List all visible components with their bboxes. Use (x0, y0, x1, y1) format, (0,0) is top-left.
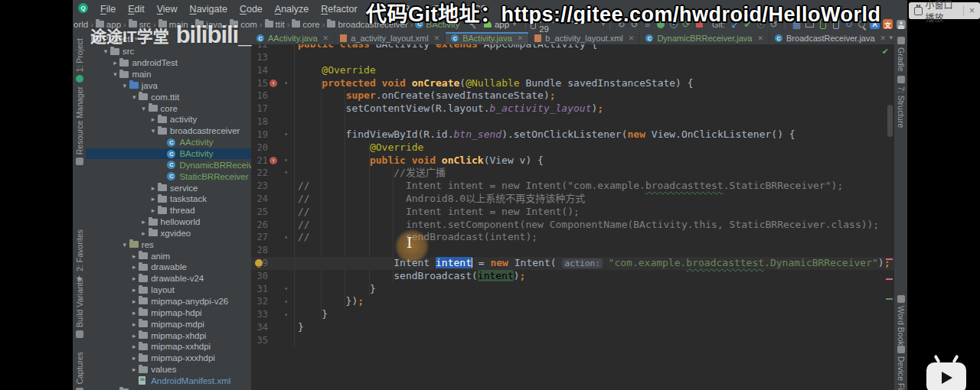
editor-tab-DynamicBRReceiver.java[interactable]: CDynamicBRReceiver.java✕ (640, 32, 769, 44)
code-line-30[interactable]: 30 sendBroadcast(intent); (251, 270, 894, 283)
tree-item-service[interactable]: ▸service (86, 182, 251, 193)
tool-stripe-build-variants[interactable]: Build Variants (73, 278, 86, 338)
tree-item-main[interactable]: ▾main (86, 69, 251, 80)
line-number[interactable]: 25 (251, 206, 268, 219)
tree-item-thread[interactable]: ▸thread (86, 205, 251, 216)
tool-stripe-resource-manager[interactable]: Resource Manager (73, 86, 86, 165)
line-number[interactable]: 34 (251, 321, 268, 334)
code-line-27[interactable]: 27▴// sendBroadcast(intent); (251, 231, 894, 244)
tree-item-taskstack[interactable]: ▸taskstack (86, 193, 251, 205)
close-icon[interactable]: ✕ (757, 34, 763, 42)
tree-item-drawable[interactable]: ▸drawable (86, 262, 251, 273)
tree-arrow-icon[interactable]: ▸ (149, 184, 158, 192)
fold-marker-icon[interactable]: ▴ (279, 231, 289, 244)
code-line-34[interactable]: 34} (251, 321, 894, 334)
tree-item-mipmap-xhdpi[interactable]: ▸mipmap-xhdpi (86, 330, 251, 341)
line-number[interactable]: 15 (251, 77, 268, 90)
tree-item-layout[interactable]: ▸layout (86, 284, 251, 296)
code-line-15[interactable]: 15↑▾ protected void onCreate(@Nullable B… (251, 77, 894, 90)
tree-arrow-icon[interactable]: ▸ (129, 332, 139, 340)
tree-item-drawable-v24[interactable]: ▸drawable-v24 (86, 273, 251, 284)
tree-arrow-icon[interactable]: ▸ (139, 218, 149, 226)
code-line-17[interactable]: 17 setContentView(R.layout.b_activity_la… (251, 102, 894, 115)
line-number[interactable]: 35 (251, 334, 268, 347)
breadcrumb-item-core[interactable]: core (292, 20, 319, 29)
code-line-20[interactable]: 20 @Override (251, 141, 894, 154)
line-number[interactable]: 33 (251, 308, 268, 321)
code-line-13[interactable]: 13 (251, 51, 894, 64)
tree-item-mipmap-anydpi-v26[interactable]: ▸mipmap-anydpi-v26 (86, 296, 251, 307)
tree-arrow-icon[interactable]: ▸ (129, 309, 139, 317)
tree-arrow-icon[interactable]: ▸ (110, 59, 119, 67)
intention-bulb-icon[interactable] (255, 259, 263, 267)
menu-file[interactable]: File (94, 4, 122, 15)
close-icon[interactable]: ✕ (434, 34, 440, 42)
line-number[interactable]: 12 (251, 44, 268, 51)
tree-item-BActivity[interactable]: CBActivity (86, 148, 251, 160)
tree-arrow-icon[interactable]: ▾ (120, 82, 129, 89)
tool-stripe-gradle[interactable]: Gradle (894, 37, 907, 72)
code-line-23[interactable]: 23// Intent intent = new Intent("com.exa… (251, 180, 894, 193)
line-number[interactable]: 21 (251, 154, 268, 167)
close-icon[interactable]: ✕ (518, 34, 524, 42)
tree-item-AActivity[interactable]: CAActivity (86, 137, 251, 148)
close-icon[interactable]: ✕ (323, 34, 329, 42)
fold-marker-icon[interactable]: ▾ (279, 77, 289, 90)
tree-arrow-icon[interactable]: ▸ (129, 263, 139, 271)
tree-arrow-icon[interactable]: ▸ (129, 297, 139, 305)
tree-item-DynamicBRReceiver[interactable]: CDynamicBRReceiver (86, 159, 251, 171)
tree-item-partial[interactable]: ▸ (86, 386, 251, 390)
tree-item-java[interactable]: ▾java (86, 80, 251, 92)
tree-arrow-icon[interactable]: ▸ (129, 286, 139, 294)
tree-arrow-icon[interactable]: ▾ (139, 105, 149, 112)
override-method-icon[interactable]: ↑ (268, 77, 279, 90)
tool-stripe-device-file[interactable]: Device File (894, 346, 907, 390)
tree-arrow-icon[interactable]: ▸ (129, 366, 139, 373)
code-line-14[interactable]: 14 @Override (251, 64, 894, 77)
fold-marker-icon[interactable]: ▾ (279, 154, 289, 167)
code-line-24[interactable]: 24// Android8.0以上系统不再支持该种方式 (251, 193, 894, 206)
menu-navigate[interactable]: Navigate (184, 4, 234, 15)
editor-tab-AActivity.java[interactable]: CAActivity.java✕ (251, 32, 335, 44)
tree-item-activity[interactable]: ▸activity (86, 114, 251, 125)
tree-arrow-icon[interactable]: ▸ (129, 320, 139, 328)
tree-arrow-icon[interactable]: ▸ (139, 229, 149, 237)
tree-item-anim[interactable]: ▸anim (86, 250, 251, 262)
tree-item-core[interactable]: ▾core (86, 102, 251, 114)
close-icon[interactable]: ✕ (880, 34, 887, 42)
line-number[interactable]: 13 (251, 51, 268, 64)
menu-edit[interactable]: Edit (122, 4, 151, 15)
tool-stripe-2-favorites[interactable]: 2: Favorites★ (73, 229, 86, 282)
tree-arrow-icon[interactable]: ▸ (149, 195, 158, 203)
tree-arrow-icon[interactable]: ▾ (129, 93, 139, 101)
code-line-16[interactable]: 16 super.onCreate(savedInstanceState); (251, 89, 894, 102)
menu-code[interactable]: Code (234, 4, 269, 15)
tab-options-icon[interactable]: ▾ (889, 34, 893, 41)
tree-item-mipmap-hdpi[interactable]: ▸mipmap-hdpi (86, 307, 251, 318)
tool-stripe-7-structure[interactable]: 7: Structure (894, 76, 907, 128)
editor-tab-BActivity.java[interactable]: CBActivity.java✕ (446, 32, 529, 44)
override-method-icon[interactable]: ↑ (268, 154, 279, 167)
tree-item-res[interactable]: ▾res (86, 239, 251, 250)
tree-item-androidTest[interactable]: ▸androidTest (86, 57, 251, 69)
fold-marker-icon[interactable]: ▾ (279, 167, 289, 180)
editor-tab-a_activity_layout.xml[interactable]: a_activity_layout.xml✕ (335, 32, 446, 44)
tree-arrow-icon[interactable]: ▸ (129, 343, 139, 350)
code-line-32[interactable]: 32▴ }); (251, 295, 894, 308)
line-number[interactable]: 30 (251, 270, 268, 283)
line-number[interactable]: 31 (251, 283, 268, 296)
menu-refactor[interactable]: Refactor (315, 4, 363, 15)
line-number[interactable]: 32 (251, 295, 268, 308)
tree-arrow-icon[interactable]: ▸ (129, 252, 139, 260)
line-number[interactable]: 22 (251, 167, 268, 180)
code-area[interactable]: 12public class BActivity extends AppComp… (251, 44, 894, 390)
tree-item-mipmap-mdpi[interactable]: ▸mipmap-mdpi (86, 318, 251, 330)
tree-item-xgvideo[interactable]: ▸xgvideo (86, 228, 251, 239)
tree-arrow-icon[interactable]: ▸ (149, 115, 158, 123)
tree-item-mipmap-xxhdpi[interactable]: ▸mipmap-xxhdpi (86, 341, 251, 353)
editor-tab-b_activity_layout.xml[interactable]: b_activity_layout.xml✕ (529, 32, 640, 44)
tree-item-mipmap-xxxhdpi[interactable]: ▸mipmap-xxxhdpi (86, 353, 251, 364)
code-line-12[interactable]: 12public class BActivity extends AppComp… (251, 44, 894, 51)
fold-marker-icon[interactable]: ▾ (279, 283, 289, 296)
fold-marker-icon[interactable]: ▾ (279, 128, 289, 141)
